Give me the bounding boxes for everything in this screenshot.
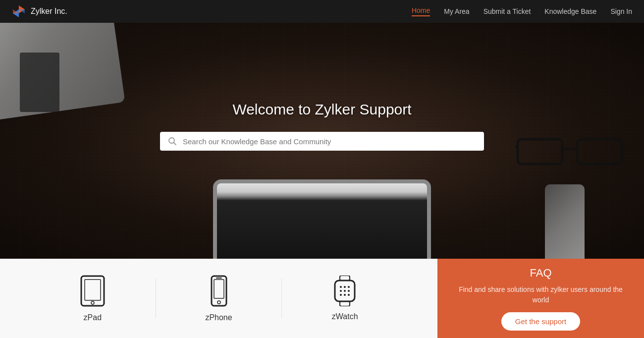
search-bar bbox=[160, 132, 484, 151]
svg-point-21 bbox=[344, 290, 346, 292]
zpad-icon bbox=[80, 275, 106, 307]
svg-rect-4 bbox=[518, 139, 562, 164]
svg-point-28 bbox=[340, 294, 342, 296]
svg-point-22 bbox=[340, 290, 342, 292]
nav-home[interactable]: Home bbox=[412, 6, 430, 16]
hero-section: Welcome to Zylker Support bbox=[0, 23, 644, 259]
nav-my-area[interactable]: My Area bbox=[444, 7, 469, 15]
product-zpad[interactable]: zPad bbox=[30, 275, 156, 322]
nav-sign-in[interactable]: Sign In bbox=[610, 7, 632, 15]
zphone-label: zPhone bbox=[205, 313, 232, 322]
hero-title: Welcome to Zylker Support bbox=[232, 101, 411, 118]
glasses-decor bbox=[515, 132, 624, 171]
product-zphone[interactable]: zPhone bbox=[156, 275, 282, 322]
zwatch-label: zWatch bbox=[332, 312, 358, 321]
search-input[interactable] bbox=[183, 137, 476, 146]
svg-rect-12 bbox=[85, 280, 101, 300]
zwatch-icon bbox=[332, 276, 358, 306]
product-zwatch[interactable]: zWatch bbox=[282, 276, 408, 321]
nav-knowledge-base[interactable]: Knowledge Base bbox=[544, 7, 596, 15]
zpad-label: zPad bbox=[84, 313, 102, 322]
svg-point-16 bbox=[217, 301, 220, 304]
svg-point-23 bbox=[348, 290, 350, 292]
zphone-icon bbox=[210, 275, 228, 307]
nav-submit-ticket[interactable]: Submit a Ticket bbox=[483, 7, 531, 15]
faq-description: Find and share solutions with zylker use… bbox=[452, 284, 629, 305]
notebook-decor bbox=[20, 53, 59, 112]
navbar-links: Home My Area Submit a Ticket Knowledge B… bbox=[412, 6, 632, 16]
bottom-section: zPad zPhone bbox=[0, 259, 644, 338]
navbar: Zylker Inc. Home My Area Submit a Ticket… bbox=[0, 0, 644, 23]
faq-title: FAQ bbox=[530, 267, 551, 280]
phone-bottom-right bbox=[545, 184, 585, 259]
svg-line-10 bbox=[174, 143, 176, 145]
svg-point-27 bbox=[344, 294, 346, 296]
brand: Zylker Inc. bbox=[12, 4, 67, 18]
svg-point-26 bbox=[348, 286, 350, 288]
search-icon bbox=[168, 137, 177, 146]
svg-rect-15 bbox=[214, 280, 224, 298]
svg-point-29 bbox=[348, 294, 350, 296]
logo-icon bbox=[12, 4, 26, 18]
faq-section: FAQ Find and share solutions with zylker… bbox=[437, 259, 644, 338]
hero-content: Welcome to Zylker Support bbox=[160, 101, 484, 151]
svg-point-24 bbox=[344, 286, 346, 288]
svg-rect-5 bbox=[577, 139, 622, 164]
products-section: zPad zPhone bbox=[0, 259, 437, 338]
brand-name: Zylker Inc. bbox=[31, 7, 67, 16]
svg-point-25 bbox=[340, 286, 342, 288]
get-support-button[interactable]: Get the support bbox=[501, 312, 580, 331]
svg-point-13 bbox=[91, 301, 94, 304]
tablet-center bbox=[213, 179, 431, 259]
